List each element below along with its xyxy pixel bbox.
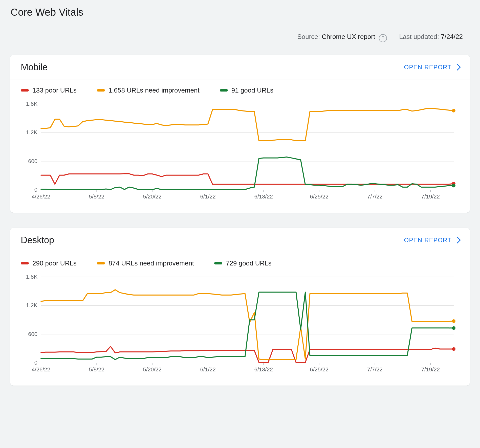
source-label: Source: xyxy=(297,33,322,40)
svg-point-26 xyxy=(452,109,455,112)
svg-text:1.2K: 1.2K xyxy=(26,302,38,308)
desktop-chart[interactable]: 06001.2K1.8K4/26/225/8/225/20/226/1/226/… xyxy=(21,274,461,375)
chevron-right-icon xyxy=(454,237,461,244)
svg-text:6/1/22: 6/1/22 xyxy=(200,366,216,373)
swatch-amber-icon xyxy=(97,262,105,264)
svg-text:6/13/22: 6/13/22 xyxy=(254,366,273,373)
svg-text:0: 0 xyxy=(34,360,37,366)
svg-text:6/13/22: 6/13/22 xyxy=(254,193,273,200)
desktop-title: Desktop xyxy=(21,235,54,245)
svg-text:600: 600 xyxy=(28,158,37,164)
svg-point-54 xyxy=(452,319,455,323)
swatch-green-icon xyxy=(214,262,222,264)
source-block: Source: Chrome UX report ? xyxy=(297,33,387,42)
svg-text:6/25/22: 6/25/22 xyxy=(310,366,328,373)
legend-label: 133 poor URLs xyxy=(32,86,77,94)
legend-label: 874 URLs need improvement xyxy=(108,259,194,267)
svg-text:7/7/22: 7/7/22 xyxy=(367,366,383,373)
svg-text:1.2K: 1.2K xyxy=(26,129,38,136)
open-report-button[interactable]: OPEN REPORT xyxy=(404,237,460,244)
svg-text:7/19/22: 7/19/22 xyxy=(421,193,440,200)
updated-label: Last updated: xyxy=(399,33,441,40)
swatch-green-icon xyxy=(220,89,228,92)
swatch-red-icon xyxy=(21,89,29,92)
mobile-chart[interactable]: 06001.2K1.8K4/26/225/8/225/20/226/1/226/… xyxy=(21,101,461,203)
mobile-card: Mobile OPEN REPORT 133 poor URLs 1,658 U… xyxy=(10,55,470,213)
svg-text:0: 0 xyxy=(34,187,37,193)
updated-block: Last updated: 7/24/22 xyxy=(399,33,463,42)
updated-value: 7/24/22 xyxy=(441,33,463,40)
legend-label: 290 poor URLs xyxy=(32,259,77,267)
legend-poor: 133 poor URLs xyxy=(21,86,77,94)
svg-text:600: 600 xyxy=(28,331,37,337)
svg-text:5/8/22: 5/8/22 xyxy=(89,366,104,373)
swatch-red-icon xyxy=(21,262,29,264)
svg-text:6/25/22: 6/25/22 xyxy=(310,193,328,200)
legend-good: 729 good URLs xyxy=(214,259,272,267)
svg-text:7/19/22: 7/19/22 xyxy=(421,366,440,373)
legend-label: 1,658 URLs need improvement xyxy=(108,86,200,94)
legend-label: 91 good URLs xyxy=(231,86,273,94)
svg-text:1.8K: 1.8K xyxy=(26,274,38,280)
svg-text:5/20/22: 5/20/22 xyxy=(143,193,161,200)
page-title: Core Web Vitals xyxy=(10,5,470,24)
legend-poor: 290 poor URLs xyxy=(21,259,77,267)
open-report-button[interactable]: OPEN REPORT xyxy=(404,64,460,71)
meta-row: Source: Chrome UX report ? Last updated:… xyxy=(10,24,470,55)
mobile-title: Mobile xyxy=(21,62,48,73)
legend-need: 1,658 URLs need improvement xyxy=(97,86,200,94)
svg-text:1.8K: 1.8K xyxy=(26,101,38,107)
svg-text:5/8/22: 5/8/22 xyxy=(89,193,104,200)
swatch-amber-icon xyxy=(97,89,105,92)
svg-text:5/20/22: 5/20/22 xyxy=(143,366,161,373)
svg-text:6/1/22: 6/1/22 xyxy=(200,193,216,200)
svg-point-27 xyxy=(452,184,455,187)
open-report-label: OPEN REPORT xyxy=(404,64,451,71)
legend-good: 91 good URLs xyxy=(220,86,273,94)
chevron-right-icon xyxy=(454,64,461,71)
mobile-legend: 133 poor URLs 1,658 URLs need improvemen… xyxy=(10,79,470,99)
help-icon[interactable]: ? xyxy=(379,34,387,42)
svg-text:4/26/22: 4/26/22 xyxy=(32,193,50,200)
desktop-card: Desktop OPEN REPORT 290 poor URLs 874 UR… xyxy=(10,228,470,386)
desktop-legend: 290 poor URLs 874 URLs need improvement … xyxy=(10,252,470,272)
svg-point-53 xyxy=(452,347,455,351)
open-report-label: OPEN REPORT xyxy=(404,237,451,244)
svg-text:7/7/22: 7/7/22 xyxy=(367,193,383,200)
legend-need: 874 URLs need improvement xyxy=(97,259,194,267)
svg-text:4/26/22: 4/26/22 xyxy=(32,366,50,373)
source-value: Chrome UX report xyxy=(322,33,375,40)
svg-point-55 xyxy=(452,326,455,330)
legend-label: 729 good URLs xyxy=(226,259,272,267)
